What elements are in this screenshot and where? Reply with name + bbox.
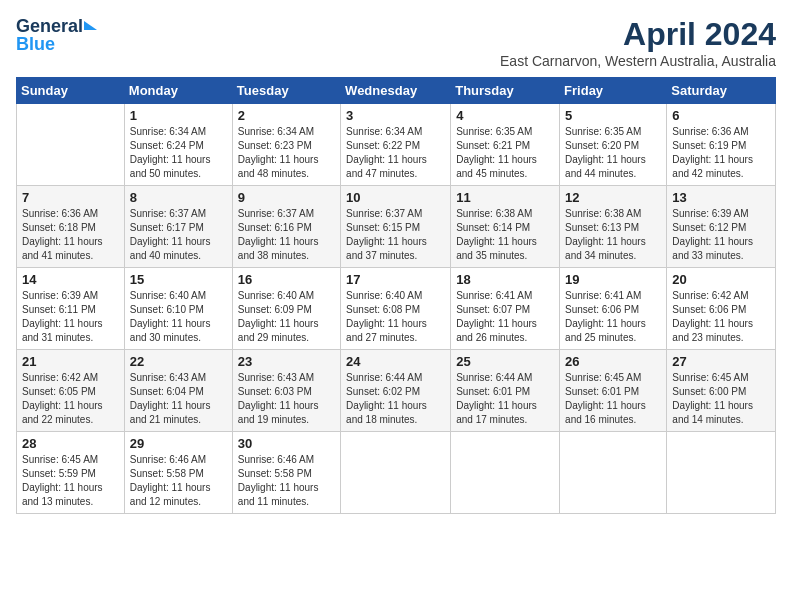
- day-detail: Sunrise: 6:40 AMSunset: 6:10 PMDaylight:…: [130, 289, 227, 345]
- calendar-cell: 17Sunrise: 6:40 AMSunset: 6:08 PMDayligh…: [341, 268, 451, 350]
- day-detail: Sunrise: 6:46 AMSunset: 5:58 PMDaylight:…: [238, 453, 335, 509]
- calendar-cell: 9Sunrise: 6:37 AMSunset: 6:16 PMDaylight…: [232, 186, 340, 268]
- day-number: 30: [238, 436, 335, 451]
- day-detail: Sunrise: 6:39 AMSunset: 6:11 PMDaylight:…: [22, 289, 119, 345]
- day-number: 24: [346, 354, 445, 369]
- calendar-cell: [667, 432, 776, 514]
- calendar-cell: 10Sunrise: 6:37 AMSunset: 6:15 PMDayligh…: [341, 186, 451, 268]
- day-number: 9: [238, 190, 335, 205]
- day-number: 1: [130, 108, 227, 123]
- day-detail: Sunrise: 6:36 AMSunset: 6:18 PMDaylight:…: [22, 207, 119, 263]
- calendar-cell: 30Sunrise: 6:46 AMSunset: 5:58 PMDayligh…: [232, 432, 340, 514]
- day-number: 23: [238, 354, 335, 369]
- day-number: 22: [130, 354, 227, 369]
- header-friday: Friday: [560, 78, 667, 104]
- calendar-cell: 5Sunrise: 6:35 AMSunset: 6:20 PMDaylight…: [560, 104, 667, 186]
- day-number: 19: [565, 272, 661, 287]
- day-detail: Sunrise: 6:34 AMSunset: 6:23 PMDaylight:…: [238, 125, 335, 181]
- logo-arrow-icon: [84, 21, 97, 30]
- day-detail: Sunrise: 6:35 AMSunset: 6:20 PMDaylight:…: [565, 125, 661, 181]
- calendar-cell: 6Sunrise: 6:36 AMSunset: 6:19 PMDaylight…: [667, 104, 776, 186]
- calendar-cell: 2Sunrise: 6:34 AMSunset: 6:23 PMDaylight…: [232, 104, 340, 186]
- header: General Blue April 2024 East Carnarvon, …: [16, 16, 776, 69]
- day-number: 13: [672, 190, 770, 205]
- header-sunday: Sunday: [17, 78, 125, 104]
- day-number: 11: [456, 190, 554, 205]
- day-detail: Sunrise: 6:39 AMSunset: 6:12 PMDaylight:…: [672, 207, 770, 263]
- calendar-cell: 3Sunrise: 6:34 AMSunset: 6:22 PMDaylight…: [341, 104, 451, 186]
- day-number: 2: [238, 108, 335, 123]
- day-detail: Sunrise: 6:34 AMSunset: 6:22 PMDaylight:…: [346, 125, 445, 181]
- page: General Blue April 2024 East Carnarvon, …: [0, 0, 792, 524]
- day-number: 16: [238, 272, 335, 287]
- day-detail: Sunrise: 6:37 AMSunset: 6:17 PMDaylight:…: [130, 207, 227, 263]
- day-number: 10: [346, 190, 445, 205]
- calendar-cell: 15Sunrise: 6:40 AMSunset: 6:10 PMDayligh…: [124, 268, 232, 350]
- weekday-header-row: Sunday Monday Tuesday Wednesday Thursday…: [17, 78, 776, 104]
- calendar-cell: 21Sunrise: 6:42 AMSunset: 6:05 PMDayligh…: [17, 350, 125, 432]
- day-detail: Sunrise: 6:43 AMSunset: 6:04 PMDaylight:…: [130, 371, 227, 427]
- day-detail: Sunrise: 6:36 AMSunset: 6:19 PMDaylight:…: [672, 125, 770, 181]
- calendar-cell: 18Sunrise: 6:41 AMSunset: 6:07 PMDayligh…: [451, 268, 560, 350]
- day-detail: Sunrise: 6:42 AMSunset: 6:05 PMDaylight:…: [22, 371, 119, 427]
- day-detail: Sunrise: 6:38 AMSunset: 6:13 PMDaylight:…: [565, 207, 661, 263]
- day-detail: Sunrise: 6:44 AMSunset: 6:01 PMDaylight:…: [456, 371, 554, 427]
- header-wednesday: Wednesday: [341, 78, 451, 104]
- day-detail: Sunrise: 6:44 AMSunset: 6:02 PMDaylight:…: [346, 371, 445, 427]
- day-number: 25: [456, 354, 554, 369]
- day-number: 3: [346, 108, 445, 123]
- calendar-week-row: 1Sunrise: 6:34 AMSunset: 6:24 PMDaylight…: [17, 104, 776, 186]
- day-detail: Sunrise: 6:34 AMSunset: 6:24 PMDaylight:…: [130, 125, 227, 181]
- header-monday: Monday: [124, 78, 232, 104]
- calendar-cell: 19Sunrise: 6:41 AMSunset: 6:06 PMDayligh…: [560, 268, 667, 350]
- day-number: 26: [565, 354, 661, 369]
- day-number: 28: [22, 436, 119, 451]
- day-number: 21: [22, 354, 119, 369]
- header-thursday: Thursday: [451, 78, 560, 104]
- calendar-week-row: 21Sunrise: 6:42 AMSunset: 6:05 PMDayligh…: [17, 350, 776, 432]
- day-detail: Sunrise: 6:45 AMSunset: 6:00 PMDaylight:…: [672, 371, 770, 427]
- day-number: 29: [130, 436, 227, 451]
- calendar-cell: 13Sunrise: 6:39 AMSunset: 6:12 PMDayligh…: [667, 186, 776, 268]
- calendar-cell: 7Sunrise: 6:36 AMSunset: 6:18 PMDaylight…: [17, 186, 125, 268]
- calendar-cell: 22Sunrise: 6:43 AMSunset: 6:04 PMDayligh…: [124, 350, 232, 432]
- day-number: 7: [22, 190, 119, 205]
- day-detail: Sunrise: 6:45 AMSunset: 5:59 PMDaylight:…: [22, 453, 119, 509]
- day-detail: Sunrise: 6:38 AMSunset: 6:14 PMDaylight:…: [456, 207, 554, 263]
- calendar-week-row: 14Sunrise: 6:39 AMSunset: 6:11 PMDayligh…: [17, 268, 776, 350]
- calendar-cell: [17, 104, 125, 186]
- day-detail: Sunrise: 6:41 AMSunset: 6:06 PMDaylight:…: [565, 289, 661, 345]
- title-block: April 2024 East Carnarvon, Western Austr…: [500, 16, 776, 69]
- day-detail: Sunrise: 6:46 AMSunset: 5:58 PMDaylight:…: [130, 453, 227, 509]
- calendar-cell: 28Sunrise: 6:45 AMSunset: 5:59 PMDayligh…: [17, 432, 125, 514]
- day-number: 20: [672, 272, 770, 287]
- day-detail: Sunrise: 6:43 AMSunset: 6:03 PMDaylight:…: [238, 371, 335, 427]
- calendar-cell: 16Sunrise: 6:40 AMSunset: 6:09 PMDayligh…: [232, 268, 340, 350]
- calendar-cell: 11Sunrise: 6:38 AMSunset: 6:14 PMDayligh…: [451, 186, 560, 268]
- day-number: 6: [672, 108, 770, 123]
- calendar-week-row: 7Sunrise: 6:36 AMSunset: 6:18 PMDaylight…: [17, 186, 776, 268]
- calendar-cell: [560, 432, 667, 514]
- calendar-cell: 8Sunrise: 6:37 AMSunset: 6:17 PMDaylight…: [124, 186, 232, 268]
- day-number: 17: [346, 272, 445, 287]
- calendar-cell: 12Sunrise: 6:38 AMSunset: 6:13 PMDayligh…: [560, 186, 667, 268]
- day-number: 5: [565, 108, 661, 123]
- calendar-cell: 26Sunrise: 6:45 AMSunset: 6:01 PMDayligh…: [560, 350, 667, 432]
- day-detail: Sunrise: 6:40 AMSunset: 6:08 PMDaylight:…: [346, 289, 445, 345]
- day-number: 8: [130, 190, 227, 205]
- day-detail: Sunrise: 6:42 AMSunset: 6:06 PMDaylight:…: [672, 289, 770, 345]
- calendar-cell: [341, 432, 451, 514]
- day-detail: Sunrise: 6:37 AMSunset: 6:16 PMDaylight:…: [238, 207, 335, 263]
- header-saturday: Saturday: [667, 78, 776, 104]
- calendar-cell: 24Sunrise: 6:44 AMSunset: 6:02 PMDayligh…: [341, 350, 451, 432]
- day-detail: Sunrise: 6:40 AMSunset: 6:09 PMDaylight:…: [238, 289, 335, 345]
- calendar-week-row: 28Sunrise: 6:45 AMSunset: 5:59 PMDayligh…: [17, 432, 776, 514]
- day-number: 4: [456, 108, 554, 123]
- calendar-cell: 1Sunrise: 6:34 AMSunset: 6:24 PMDaylight…: [124, 104, 232, 186]
- day-number: 27: [672, 354, 770, 369]
- calendar-title: April 2024: [500, 16, 776, 53]
- day-detail: Sunrise: 6:41 AMSunset: 6:07 PMDaylight:…: [456, 289, 554, 345]
- header-tuesday: Tuesday: [232, 78, 340, 104]
- calendar-subtitle: East Carnarvon, Western Australia, Austr…: [500, 53, 776, 69]
- calendar-cell: [451, 432, 560, 514]
